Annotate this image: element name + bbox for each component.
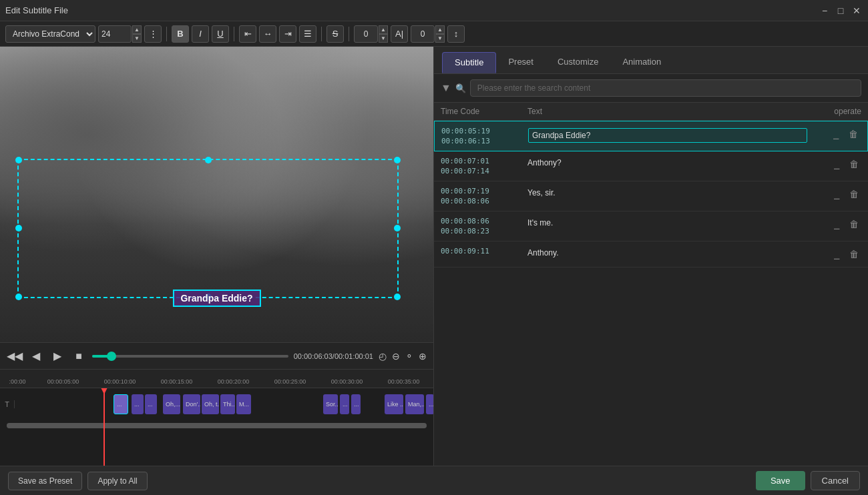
toolbar: Archivo ExtraCond 24 ▲ ▼ ⋮ B I U ⇤ ↔ ⇥ ☰… xyxy=(0,21,868,47)
clip-2[interactable]: ... xyxy=(145,394,157,414)
bottom-left: Save as Preset Apply to All xyxy=(8,472,148,490)
filter-button[interactable]: ▼ xyxy=(441,82,451,94)
zoom-in-button[interactable]: ⊕ xyxy=(419,351,427,362)
font-size-up[interactable]: ▲ xyxy=(132,25,142,34)
font-size-input[interactable]: 24 xyxy=(98,25,132,43)
separator-2 xyxy=(234,27,234,41)
position-down[interactable]: ▼ xyxy=(435,34,445,43)
spacing-input[interactable] xyxy=(354,25,378,43)
handle-bot-left[interactable] xyxy=(15,294,22,300)
subtitle-item-1[interactable]: 00:00:05:19 00:00:06:13 ⎯ 🗑 xyxy=(434,121,868,151)
timeline-scrollbar[interactable] xyxy=(7,423,427,428)
mark-8: 00:00:40:00 xyxy=(432,378,433,385)
handle-top-right[interactable] xyxy=(394,157,401,163)
align-right-button[interactable]: ⇥ xyxy=(279,25,296,43)
save-preset-button[interactable]: Save as Preset xyxy=(8,472,82,490)
delete-button-4[interactable]: 🗑 xyxy=(847,217,861,231)
fit-button[interactable]: ◴ xyxy=(379,351,387,362)
italic-button[interactable]: I xyxy=(192,25,209,43)
skip-back-button[interactable]: ◀◀ xyxy=(7,348,23,364)
clip-6[interactable]: Thi... xyxy=(220,394,235,414)
tab-subtitle[interactable]: Subtitle xyxy=(442,52,496,73)
handle-bot-right[interactable] xyxy=(394,294,401,300)
subtitle-item-4[interactable]: 00:00:08:06 00:00:08:23 It's me. ⎯ 🗑 xyxy=(434,211,868,241)
subtitle-list: 00:00:05:19 00:00:06:13 ⎯ 🗑 00:00:07:01 … xyxy=(434,121,868,466)
subtitle-item-5[interactable]: 00:00:09:11 Anthony. ⎯ 🗑 xyxy=(434,241,868,268)
font-selector[interactable]: Archivo ExtraCond xyxy=(5,25,95,43)
mark-0: :00:00 xyxy=(0,378,35,385)
apply-all-button[interactable]: Apply to All xyxy=(87,472,147,490)
stop-button[interactable]: ■ xyxy=(71,348,87,364)
progress-thumb[interactable] xyxy=(107,352,116,361)
clip-7[interactable]: M... xyxy=(236,394,251,414)
delete-button-1[interactable]: 🗑 xyxy=(846,127,861,141)
text-cell-3: Yes, sir. xyxy=(527,187,808,197)
zoom-out-button[interactable]: ⊖ xyxy=(392,351,400,362)
tab-animation[interactable]: Animation xyxy=(610,52,673,73)
underline-button[interactable]: U xyxy=(212,25,229,43)
tab-preset[interactable]: Preset xyxy=(496,52,546,73)
current-time: 00:00:06:03 xyxy=(294,352,333,360)
title-bar-left: Edit Subtitle File xyxy=(5,5,68,15)
close-button[interactable]: ✕ xyxy=(851,5,863,17)
frame-back-button[interactable]: ◀ xyxy=(28,348,44,364)
position-input[interactable] xyxy=(411,25,435,43)
mark-6: 00:00:30:00 xyxy=(318,378,375,385)
timecodes-5: 00:00:09:11 xyxy=(441,247,527,257)
text-style-icon[interactable]: ⋮ xyxy=(144,25,162,43)
clip-active[interactable]: ... xyxy=(114,394,128,414)
delete-button-3[interactable]: 🗑 xyxy=(847,187,861,201)
clip-8[interactable]: Sor... xyxy=(323,394,338,414)
minimize-button[interactable]: − xyxy=(819,5,831,17)
clip-12[interactable]: Man,... xyxy=(405,394,424,414)
strikethrough-button[interactable]: S xyxy=(327,25,344,43)
selection-box[interactable] xyxy=(17,159,399,298)
mark-5: 00:00:25:00 xyxy=(262,378,318,385)
clip-1[interactable]: ... xyxy=(132,394,144,414)
clip-11[interactable]: Like ... xyxy=(385,394,403,414)
clip-3[interactable]: Oh,... xyxy=(163,394,180,414)
progress-bar[interactable] xyxy=(92,355,288,358)
actions-5: ⎯ 🗑 xyxy=(808,247,861,262)
clip-5[interactable]: Oh, t... xyxy=(202,394,219,414)
actions-3: ⎯ 🗑 xyxy=(808,187,861,201)
text-cell-5: Anthony. xyxy=(527,247,808,258)
delete-button-5[interactable]: 🗑 xyxy=(847,247,861,262)
cancel-button[interactable]: Cancel xyxy=(811,471,860,490)
timeline-tracks[interactable]: T ... ... ... Oh,... Don'... Oh, t... Th… xyxy=(0,388,433,466)
font-size-down[interactable]: ▼ xyxy=(132,34,142,43)
save-button[interactable]: Save xyxy=(756,471,805,490)
maximize-button[interactable]: □ xyxy=(835,5,847,17)
align-justify-button[interactable]: ☰ xyxy=(299,25,316,43)
clip-9[interactable]: ... xyxy=(340,394,349,414)
split-button-3[interactable]: ⎯ xyxy=(829,187,844,201)
handle-mid-right[interactable] xyxy=(394,225,401,231)
tab-customize[interactable]: Customize xyxy=(546,52,610,73)
subtitle-item-2[interactable]: 00:00:07:01 00:00:07:14 Anthony? ⎯ 🗑 xyxy=(434,151,868,181)
spacing-down[interactable]: ▼ xyxy=(379,34,388,43)
handle-mid-left[interactable] xyxy=(15,225,22,231)
end-time-2: 00:00:07:14 xyxy=(441,167,527,175)
search-input[interactable] xyxy=(470,79,861,97)
position-up[interactable]: ▲ xyxy=(435,25,445,34)
clip-13[interactable]: ... xyxy=(426,394,433,414)
split-button-1[interactable]: ⎯ xyxy=(829,127,843,141)
delete-button-2[interactable]: 🗑 xyxy=(847,157,861,171)
split-button-4[interactable]: ⎯ xyxy=(829,217,844,231)
handle-top-left[interactable] xyxy=(15,157,22,163)
spacing-stepper: ▲ ▼ xyxy=(379,25,388,43)
handle-top-mid[interactable] xyxy=(205,157,212,163)
subtitle-text-input-1[interactable] xyxy=(528,128,807,143)
zoom-point-button[interactable]: ⚬ xyxy=(405,351,413,362)
align-center-button[interactable]: ↔ xyxy=(259,25,276,43)
subtitle-item-3[interactable]: 00:00:07:19 00:00:08:06 Yes, sir. ⎯ 🗑 xyxy=(434,181,868,211)
split-button-2[interactable]: ⎯ xyxy=(829,157,844,171)
align-left-button[interactable]: ⇤ xyxy=(239,25,256,43)
bottom-bar: Save as Preset Apply to All Save Cancel xyxy=(0,466,868,495)
spacing-up[interactable]: ▲ xyxy=(379,25,388,34)
clip-4[interactable]: Don'... xyxy=(183,394,200,414)
bold-button[interactable]: B xyxy=(172,25,189,43)
clip-10[interactable]: ... xyxy=(351,394,361,414)
split-button-5[interactable]: ⎯ xyxy=(829,247,844,262)
play-button[interactable]: ▶ xyxy=(49,348,65,364)
